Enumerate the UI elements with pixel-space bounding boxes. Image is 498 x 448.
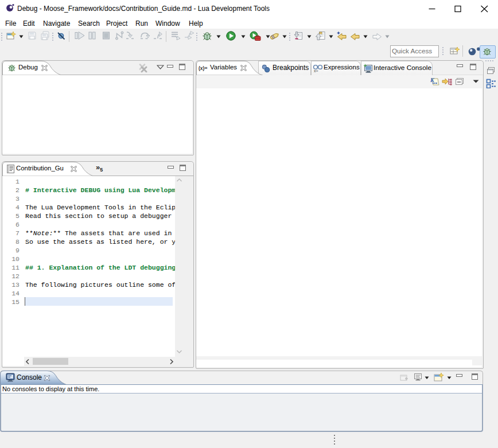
svg-text:x=: x= — [314, 69, 318, 73]
svg-text:K: K — [430, 77, 435, 83]
